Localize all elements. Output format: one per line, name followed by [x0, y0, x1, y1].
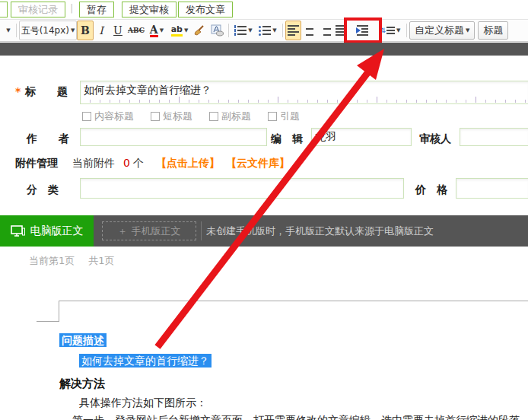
attachment-count-suffix: 个 [133, 157, 144, 170]
title-option-checkboxes: 内容标题 短标题 副标题 引题 [82, 110, 300, 123]
chevron-down-icon: ▼ [248, 27, 252, 33]
align-justify-icon [336, 25, 347, 36]
tab-pc-body-label: 电脑版正文 [30, 224, 84, 238]
heading-label: 标题 [483, 24, 503, 37]
checkbox-content-title[interactable]: 内容标题 [82, 110, 134, 123]
indent-button[interactable] [349, 21, 377, 40]
attachment-label: 附件管理 [15, 157, 58, 170]
attachment-count-prefix: 当前附件 [72, 157, 115, 170]
upload-link[interactable]: 【点击上传】 [156, 157, 220, 170]
tab-mobile-body-label: 手机版正文 [132, 224, 181, 238]
toolbar-divider [282, 24, 283, 37]
font-family-dropdown-fragment[interactable]: ▼ [2, 21, 14, 40]
checkbox-lead-title[interactable]: 引题 [268, 110, 300, 123]
align-justify-button[interactable] [333, 21, 349, 40]
selected-problem-heading[interactable]: 问题描述 [59, 334, 107, 348]
author-label: 作 者 [27, 132, 69, 146]
remove-format-button[interactable] [208, 21, 226, 40]
title-label: 标 题 [25, 85, 68, 99]
solution-heading[interactable]: 解决方法 [59, 377, 105, 391]
checkbox-label: 短标题 [163, 110, 192, 123]
mobile-version-hint: 未创建手机版时，手机版正文默认来源于电脑版正文 [206, 215, 434, 247]
align-center-icon [304, 25, 315, 36]
richtext-toolbar: ▼ 五号(14px) ▼ B I U ABC A ▼ ab ▼ ▼ [0, 19, 528, 42]
plus-icon: ＋ [118, 224, 128, 238]
ordered-list-icon [234, 26, 247, 36]
custom-heading-dropdown[interactable]: 自定义标题 ▼ [409, 21, 475, 40]
toolbar-divider [228, 24, 229, 37]
content-version-tabbar: 电脑版正文 ＋ 手机版正文 未创建手机版时，手机版正文默认来源于电脑版正文 [0, 215, 528, 247]
checkbox-icon [151, 112, 160, 121]
content-frame-line [59, 301, 59, 322]
checkbox-label: 内容标题 [94, 110, 134, 123]
toolbar-divider [16, 24, 17, 37]
content-frame-line [59, 301, 528, 301]
line-height-icon: ⇅ [380, 27, 396, 34]
align-left-button[interactable] [285, 21, 301, 40]
required-asterisk: * [15, 85, 21, 97]
line-height-button[interactable]: ⇅ ▼ [377, 21, 404, 40]
category-input[interactable] [80, 178, 404, 199]
selected-problem-line[interactable]: 如何去掉文章的首行缩进？ [79, 355, 212, 368]
unordered-list-button[interactable]: ▼ [256, 21, 280, 40]
price-input[interactable] [456, 178, 528, 199]
checkbox-subtitle[interactable]: 副标题 [209, 110, 251, 123]
bold-button[interactable]: B [77, 21, 94, 40]
top-action-bar: 审核记录 | 暂存 提交审核 发布文章 [0, 0, 528, 19]
italic-button[interactable]: I [94, 21, 109, 40]
unordered-list-icon [259, 26, 271, 36]
checkbox-label: 引题 [280, 110, 300, 123]
price-label: 价 格 [415, 183, 447, 197]
chevron-down-icon: ▼ [160, 27, 164, 33]
cut-off-button-fragment[interactable] [0, 2, 8, 18]
chevron-down-icon: ▼ [466, 27, 469, 33]
indent-icon [357, 25, 370, 36]
broom-icon [193, 24, 205, 37]
author-input[interactable] [80, 128, 267, 146]
reviewer-label: 审核人 [419, 132, 451, 146]
align-right-icon [320, 25, 331, 36]
align-right-button[interactable] [317, 21, 333, 40]
tabbar-divider [201, 221, 202, 240]
chevron-down-icon: ▼ [272, 27, 276, 33]
publish-button[interactable]: 发布文章 [178, 2, 233, 18]
category-label: 分 类 [27, 183, 59, 197]
format-painter-button[interactable] [191, 21, 208, 40]
page-indicator: 当前第1页 共1页 [29, 254, 115, 268]
attachment-count: 0 [123, 157, 130, 169]
solution-step-text[interactable]: 第一步，登录网站后台新增文章页面，打开需要修改的文章编辑，选中需要去掉首行缩进的… [72, 414, 520, 420]
review-log-button[interactable]: 审核记录 [11, 2, 65, 18]
checkbox-short-title[interactable]: 短标题 [151, 110, 192, 123]
save-draft-button[interactable]: 暂存 [79, 2, 114, 18]
chevron-down-icon: ▼ [396, 27, 400, 33]
dark-divider-strip [0, 43, 528, 56]
ordered-list-button[interactable]: ▼ [231, 21, 256, 40]
strikethrough-button[interactable]: ABC [127, 21, 145, 40]
checkbox-icon [82, 112, 91, 121]
font-size-value: 五号(14px) [21, 24, 69, 37]
cloud-library-link[interactable]: 【云文件库】 [226, 157, 290, 170]
current-page-text: 当前第1页 [29, 254, 75, 268]
font-color-icon: A [150, 24, 158, 37]
checkbox-icon [209, 112, 218, 121]
toolbar-divider [406, 24, 407, 37]
heading-button[interactable]: 标题 [478, 21, 508, 40]
chevron-down-icon: ▼ [184, 27, 188, 33]
title-input[interactable] [80, 81, 528, 104]
solution-intro-text[interactable]: 具体操作方法如下图所示： [79, 396, 207, 410]
checkbox-label: 副标题 [221, 110, 251, 123]
topbar-separator: | [70, 2, 73, 14]
total-pages-text: 共1页 [88, 254, 114, 268]
underline-button[interactable]: U [109, 21, 127, 40]
submit-review-button[interactable]: 提交审核 [122, 2, 177, 18]
chevron-down-icon: ▼ [6, 27, 10, 33]
reviewer-input[interactable] [460, 128, 528, 146]
align-center-button[interactable] [301, 21, 317, 40]
font-size-dropdown[interactable]: 五号(14px) ▼ [19, 21, 77, 40]
tab-mobile-body[interactable]: ＋ 手机版正文 [102, 221, 196, 240]
align-left-icon [288, 25, 299, 36]
highlight-color-button[interactable]: ab ▼ [168, 21, 191, 40]
editor-input[interactable] [311, 128, 412, 146]
tab-pc-body[interactable]: 电脑版正文 [0, 215, 94, 247]
font-color-button[interactable]: A ▼ [145, 21, 168, 40]
